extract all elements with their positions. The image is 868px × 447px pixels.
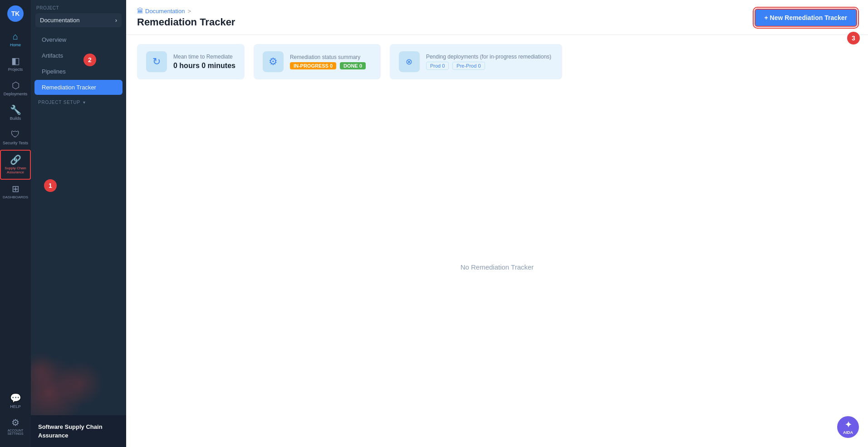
stat-mean-time: ↻ Mean time to Remediate 0 hours 0 minut…	[137, 44, 245, 79]
sidebar-item-remediation-tracker[interactable]: Remediation Tracker	[34, 80, 123, 95]
nav-item-home[interactable]: ⌂ Home	[0, 27, 31, 52]
breadcrumb-link[interactable]: Documentation	[145, 8, 185, 15]
documentation-icon: 🏛	[137, 7, 143, 15]
nav-item-projects[interactable]: ◧ Projects	[0, 52, 31, 76]
main-content: 🏛 Documentation > Remediation Tracker + …	[126, 0, 868, 447]
mean-time-label: Mean time to Remediate	[173, 54, 235, 60]
nav-item-help[interactable]: 💬 HELP	[0, 389, 31, 413]
home-icon: ⌂	[13, 32, 18, 41]
stats-row: ↻ Mean time to Remediate 0 hours 0 minut…	[126, 35, 868, 87]
nav-item-builds[interactable]: 🔧 Builds	[0, 101, 31, 125]
nav-item-account-settings[interactable]: ⚙ ACCOUNT SETTINGS	[0, 413, 31, 440]
mean-time-icon: ↻	[146, 51, 167, 72]
sidebar-footer: Software Supply Chain Assurance	[31, 415, 126, 447]
breadcrumb: 🏛 Documentation >	[137, 7, 235, 15]
account-icon: ⚙	[11, 418, 20, 427]
page-title: Remediation Tracker	[137, 16, 235, 28]
supply-chain-icon: 🔗	[10, 155, 21, 164]
nav-bottom: 💬 HELP ⚙ ACCOUNT SETTINGS	[0, 389, 31, 447]
chevron-right-icon: ›	[115, 17, 117, 24]
projects-icon: ◧	[11, 56, 20, 65]
pending-icon: ⊗	[399, 51, 420, 72]
stat-status-summary: ⚙ Remediation status summary IN-PROGRESS…	[254, 44, 381, 79]
empty-state: No Remediation Tracker	[126, 87, 868, 447]
sidebar-item-pipelines[interactable]: Pipelines	[34, 64, 123, 79]
deployments-icon: ⬡	[12, 81, 20, 90]
nav-logo[interactable]: TK	[0, 0, 31, 27]
sidebar-item-overview[interactable]: Overview	[34, 32, 123, 47]
builds-icon: 🔧	[10, 105, 21, 114]
annotation-badge-1: 1	[44, 179, 57, 192]
sidebar: Project Documentation › Overview Artifac…	[31, 0, 126, 447]
nav-bar: TK ⌂ Home ◧ Projects ⬡ Deployments 🔧 Bui…	[0, 0, 31, 447]
pending-label: Pending deployments (for in-progress rem…	[426, 54, 551, 60]
done-badge: DONE 0	[340, 62, 366, 69]
annotation-badge-3: 3	[847, 32, 860, 44]
stat-pending-deployments: ⊗ Pending deployments (for in-progress r…	[390, 44, 562, 79]
empty-state-text: No Remediation Tracker	[461, 263, 534, 271]
nav-item-supply-chain[interactable]: 🔗 Supply Chain Assurance	[0, 150, 31, 180]
help-icon: 💬	[10, 393, 21, 403]
status-icon: ⚙	[263, 51, 284, 72]
sidebar-item-artifacts[interactable]: Artifacts	[34, 48, 123, 63]
project-setup-section[interactable]: PROJECT SETUP ▾	[31, 95, 126, 108]
chevron-down-icon: ▾	[83, 100, 86, 105]
prod-badge: Prod 0	[426, 62, 449, 70]
status-badges: IN-PROGRESS 0 DONE 0	[290, 62, 366, 69]
mean-time-value: 0 hours 0 minutes	[173, 62, 235, 70]
main-header: 🏛 Documentation > Remediation Tracker + …	[126, 0, 868, 35]
pending-badges: Prod 0 Pre-Prod 0	[426, 62, 551, 70]
aida-button[interactable]: ✦ AIDA	[837, 416, 859, 438]
annotation-badge-2: 2	[83, 54, 96, 66]
nav-item-deployments[interactable]: ⬡ Deployments	[0, 76, 31, 101]
inprogress-badge: IN-PROGRESS 0	[290, 62, 336, 69]
status-label: Remediation status summary	[290, 54, 366, 60]
project-selector[interactable]: Documentation ›	[35, 13, 122, 27]
nav-item-security-tests[interactable]: 🛡 Security Tests	[0, 125, 31, 150]
nav-item-dashboards[interactable]: ⊞ DASHBOARDS	[0, 180, 31, 204]
logo-circle: TK	[7, 5, 24, 22]
security-icon: 🛡	[11, 130, 20, 139]
dashboards-icon: ⊞	[12, 184, 20, 193]
new-remediation-tracker-button[interactable]: + New Remediation Tracker	[755, 9, 857, 27]
preprod-badge: Pre-Prod 0	[452, 62, 485, 70]
project-label: Project	[31, 0, 126, 12]
